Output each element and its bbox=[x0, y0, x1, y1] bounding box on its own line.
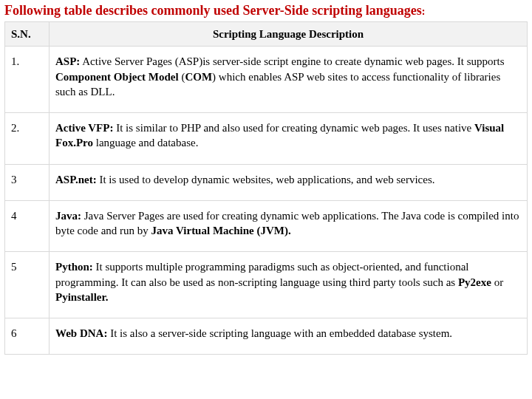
lang-name: Active VFP: bbox=[55, 122, 113, 134]
desc-text: It is also a server-side scripting langu… bbox=[107, 327, 452, 339]
title-colon: : bbox=[422, 6, 426, 17]
cell-sn: 5 bbox=[5, 252, 50, 318]
table-row: 6 Web DNA: It is also a server-side scri… bbox=[5, 318, 528, 355]
desc-bold: Java Virtual Machine (JVM). bbox=[151, 225, 291, 236]
header-desc: Scripting Language Description bbox=[50, 22, 528, 47]
title-text: Following table describes commonly used … bbox=[4, 3, 422, 18]
header-sn: S.N. bbox=[5, 22, 50, 47]
desc-bold: Component Object Model bbox=[55, 71, 179, 83]
desc-text: It is similar to PHP and also used for c… bbox=[113, 122, 474, 134]
table-header-row: S.N. Scripting Language Description bbox=[5, 22, 528, 47]
table-row: 4 Java: Java Server Pages are used for c… bbox=[5, 200, 528, 252]
desc-text: language and database. bbox=[93, 137, 198, 149]
page-title: Following table describes commonly used … bbox=[4, 3, 528, 18]
cell-desc: Java: Java Server Pages are used for cre… bbox=[50, 200, 528, 252]
cell-sn: 2. bbox=[5, 113, 50, 165]
cell-desc: ASP: Active Server Pages (ASP)is server-… bbox=[50, 47, 528, 113]
cell-sn: 1. bbox=[5, 47, 50, 113]
lang-name: Java: bbox=[55, 210, 81, 222]
lang-name: Python: bbox=[55, 261, 93, 273]
table-row: 5 Python: It supports multiple programmi… bbox=[5, 252, 528, 318]
cell-desc: ASP.net: It is used to develop dynamic w… bbox=[50, 164, 528, 200]
lang-name: ASP.net: bbox=[55, 174, 97, 185]
scripting-table: S.N. Scripting Language Description 1. A… bbox=[4, 21, 528, 355]
desc-bold: COM bbox=[185, 71, 212, 83]
lang-name: Web DNA: bbox=[55, 327, 107, 339]
table-row: 1. ASP: Active Server Pages (ASP)is serv… bbox=[5, 47, 528, 113]
desc-text: Active Server Pages (ASP)is server-side … bbox=[80, 55, 504, 67]
table-row: 3 ASP.net: It is used to develop dynamic… bbox=[5, 164, 528, 200]
cell-desc: Web DNA: It is also a server-side script… bbox=[50, 318, 528, 355]
cell-sn: 6 bbox=[5, 318, 50, 355]
table-row: 2. Active VFP: It is similar to PHP and … bbox=[5, 113, 528, 165]
desc-text: or bbox=[491, 276, 503, 288]
cell-sn: 4 bbox=[5, 200, 50, 252]
desc-text: It is used to develop dynamic websites, … bbox=[97, 174, 435, 185]
cell-sn: 3 bbox=[5, 164, 50, 200]
lang-name: ASP: bbox=[55, 55, 80, 67]
cell-desc: Active VFP: It is similar to PHP and als… bbox=[50, 113, 528, 165]
desc-text: It supports multiple programming paradig… bbox=[55, 261, 468, 287]
desc-bold: Pyinstaller. bbox=[55, 291, 109, 303]
desc-bold: Py2exe bbox=[458, 276, 491, 288]
cell-desc: Python: It supports multiple programming… bbox=[50, 252, 528, 318]
